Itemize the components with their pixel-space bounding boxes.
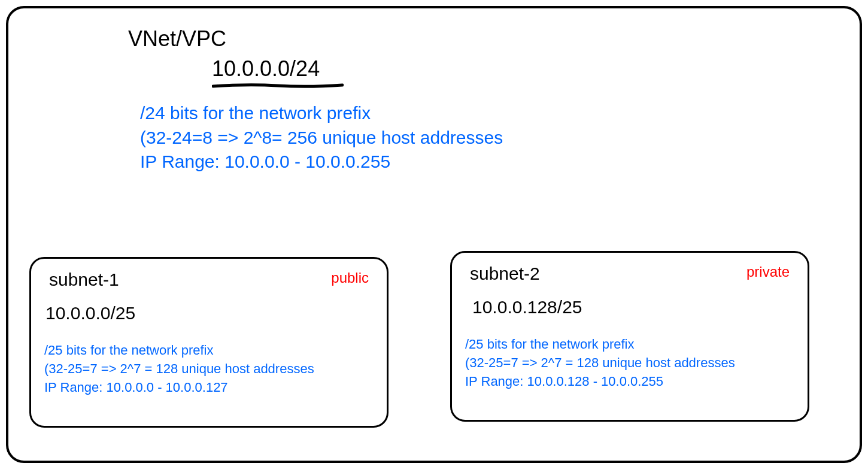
subnet-1-note-line1: /25 bits for the network prefix bbox=[44, 341, 374, 360]
subnet-1-header: subnet-1 public bbox=[44, 270, 374, 290]
vpc-cidr-block: 10.0.0.0/24 bbox=[212, 56, 344, 90]
subnet-2-note-line3: IP Range: 10.0.0.128 - 10.0.0.255 bbox=[465, 373, 794, 391]
subnet-2-header: subnet-2 private bbox=[465, 264, 794, 284]
hand-underline-icon bbox=[212, 83, 344, 90]
subnet-2-scope: private bbox=[746, 264, 794, 280]
subnet-2-note: /25 bits for the network prefix (32-25=7… bbox=[465, 335, 794, 391]
vpc-title: VNet/VPC bbox=[128, 26, 226, 52]
subnet-1-note-line2: (32-25=7 => 2^7 = 128 unique host addres… bbox=[44, 360, 374, 379]
subnet-1-note-line3: IP Range: 10.0.0.0 - 10.0.0.127 bbox=[44, 379, 374, 397]
subnet-2-cidr: 10.0.0.128/25 bbox=[465, 297, 794, 317]
vpc-note: /24 bits for the network prefix (32-24=8… bbox=[140, 101, 503, 174]
subnet-2-note-line1: /25 bits for the network prefix bbox=[465, 335, 794, 354]
vpc-cidr-text: 10.0.0.0/24 bbox=[212, 56, 344, 81]
subnet-1-name: subnet-1 bbox=[44, 270, 119, 290]
subnet-1-box: subnet-1 public 10.0.0.0/25 /25 bits for… bbox=[29, 257, 389, 428]
vpc-note-line2: (32-24=8 => 2^8= 256 unique host address… bbox=[140, 126, 503, 150]
subnet-2-box: subnet-2 private 10.0.0.128/25 /25 bits … bbox=[450, 251, 809, 422]
vpc-note-line1: /24 bits for the network prefix bbox=[140, 101, 503, 126]
subnet-2-note-line2: (32-25=7 => 2^7 = 128 unique host addres… bbox=[465, 354, 794, 373]
subnet-1-note: /25 bits for the network prefix (32-25=7… bbox=[44, 341, 374, 397]
subnet-1-cidr: 10.0.0.0/25 bbox=[44, 303, 374, 323]
subnet-1-scope: public bbox=[331, 270, 374, 286]
vpc-note-line3: IP Range: 10.0.0.0 - 10.0.0.255 bbox=[140, 150, 503, 174]
subnet-2-name: subnet-2 bbox=[465, 264, 540, 284]
vpc-container: VNet/VPC 10.0.0.0/24 /24 bits for the ne… bbox=[6, 6, 862, 463]
